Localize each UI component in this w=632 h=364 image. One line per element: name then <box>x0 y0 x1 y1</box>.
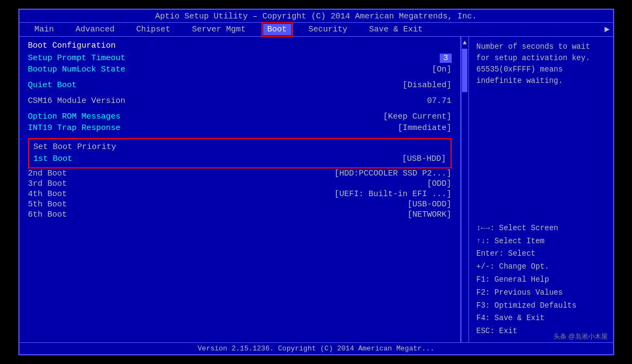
boot-item-5[interactable]: 5th Boot [USB-ODD] <box>28 199 452 210</box>
status-text: Version 2.15.1236. Copyright (C) 2014 Am… <box>198 344 434 353</box>
numlock-label: Bootup NumLock State <box>28 65 126 74</box>
csm-label: CSM16 Module Version <box>28 96 126 106</box>
left-panel: Boot Configuration Setup Prompt Timeout … <box>19 37 461 342</box>
boot-item-1[interactable]: 1st Boot [USB-HDD] <box>34 154 446 164</box>
csm-row: CSM16 Module Version 07.71 <box>28 95 452 107</box>
nav-key-enter: Enter: <box>477 249 509 258</box>
boot-item-4-label: 4th Boot <box>28 190 67 199</box>
nav-desc-f4: Save & Exit <box>494 314 544 322</box>
status-bar: Version 2.15.1236. Copyright (C) 2014 Am… <box>19 342 613 354</box>
menu-item-server[interactable]: Server Mgmt <box>188 24 250 35</box>
boot-item-1-label: 1st Boot <box>34 154 73 164</box>
nav-desc-f3: Optimized Defaults <box>494 301 576 310</box>
scroll-thumb[interactable] <box>462 49 467 92</box>
right-panel: ▲ Number of seconds to wait for setup ac… <box>461 37 613 342</box>
title-bar: Aptio Setup Utility – Copyright (C) 2014… <box>19 10 613 23</box>
int19-row[interactable]: INT19 Trap Response [Immediate] <box>28 122 452 134</box>
boot-item-6[interactable]: 6th Boot [NETWORK] <box>28 210 452 220</box>
nav-desc-f1: General Help <box>494 275 549 284</box>
nav-key-f4: F4: <box>477 314 495 322</box>
int19-value: [Immediate] <box>398 123 451 133</box>
boot-item-2-value: [HDD:PCCOOLER SSD P2...] <box>334 169 451 178</box>
nav-desc-esc: Exit <box>499 327 518 335</box>
nav-key-f3: F3: <box>477 301 495 310</box>
menu-item-security[interactable]: Security <box>304 24 352 35</box>
option-rom-label: Option ROM Messages <box>28 112 121 121</box>
numlock-value: [On] <box>432 65 451 74</box>
nav-help: ↕←→: Select Screen ↑↓: Select Item Enter… <box>477 222 607 338</box>
boot-item-1-value: [USB-HDD] <box>402 154 446 164</box>
setup-prompt-value[interactable]: 3 <box>440 54 451 63</box>
nav-key-screen: ↕←→: <box>477 224 499 232</box>
section-header: Boot Configuration <box>28 41 452 50</box>
nav-change: +/-: Change Opt. <box>477 261 607 274</box>
boot-item-4[interactable]: 4th Boot [UEFI: Built-in EFI ...] <box>28 189 452 199</box>
boot-item-5-label: 5th Boot <box>28 200 67 209</box>
menu-item-advanced[interactable]: Advanced <box>71 24 119 35</box>
nav-f1: F1: General Help <box>477 274 607 287</box>
menu-arrow-right-icon: ► <box>604 25 610 35</box>
menu-item-chipset[interactable]: Chipset <box>132 24 175 35</box>
boot-item-3-value: [ODD] <box>427 179 451 188</box>
boot-item-6-label: 6th Boot <box>28 210 67 219</box>
nav-key-f2: F2: <box>477 288 495 297</box>
boot-priority-header: Set Boot Priority <box>34 142 446 152</box>
menu-item-save-exit[interactable]: Save & Exit <box>365 24 427 35</box>
setup-prompt-label: Setup Prompt Timeout <box>28 54 126 63</box>
boot-item-6-value: [NETWORK] <box>407 210 451 219</box>
option-rom-row[interactable]: Option ROM Messages [Keep Current] <box>28 111 452 122</box>
bios-container: Aptio Setup Utility – Copyright (C) 2014… <box>18 9 614 355</box>
option-rom-value: [Keep Current] <box>383 112 451 121</box>
nav-select-screen: ↕←→: Select Screen <box>477 222 607 235</box>
nav-key-item: ↑↓: <box>477 237 495 245</box>
nav-f4: F4: Save & Exit <box>477 312 607 325</box>
int19-label: INT19 Trap Response <box>28 123 121 133</box>
nav-f2: F2: Previous Values <box>477 287 607 300</box>
scroll-bar[interactable]: ▲ <box>461 37 469 342</box>
menu-bar[interactable]: Main Advanced Chipset Server Mgmt Boot S… <box>19 23 613 37</box>
quiet-boot-row[interactable]: Quiet Boot [Disabled] <box>28 80 452 91</box>
nav-key-change: +/-: <box>477 262 499 271</box>
nav-enter: Enter: Select <box>477 248 607 261</box>
nav-key-f1: F1: <box>477 275 495 284</box>
nav-select-item: ↑↓: Select Item <box>477 235 607 248</box>
boot-item-2[interactable]: 2nd Boot [HDD:PCCOOLER SSD P2...] <box>28 168 452 179</box>
nav-key-esc: ESC: <box>477 327 499 335</box>
nav-desc-f2: Previous Values <box>494 288 563 297</box>
main-content: Boot Configuration Setup Prompt Timeout … <box>19 37 613 342</box>
quiet-boot-label: Quiet Boot <box>28 81 77 90</box>
boot-item-4-value: [UEFI: Built-in EFI ...] <box>334 190 451 199</box>
numlock-row[interactable]: Bootup NumLock State [On] <box>28 64 452 75</box>
quiet-boot-value: [Disabled] <box>402 81 451 90</box>
boot-item-2-label: 2nd Boot <box>28 169 67 178</box>
boot-item-3-label: 3rd Boot <box>28 179 67 188</box>
menu-item-main[interactable]: Main <box>30 24 58 35</box>
help-text: Number of seconds to wait for setup acti… <box>477 41 607 87</box>
nav-desc-item: Select Item <box>494 237 544 245</box>
boot-item-5-value: [USB-ODD] <box>407 200 451 209</box>
watermark: 头条 @岛淞小木屋 <box>553 332 608 341</box>
nav-desc-enter: Select <box>508 249 535 258</box>
nav-desc-screen: Select Screen <box>499 224 558 232</box>
csm-value: 07.71 <box>427 96 451 106</box>
setup-prompt-row[interactable]: Setup Prompt Timeout 3 <box>28 53 452 64</box>
menu-item-boot[interactable]: Boot <box>263 24 291 35</box>
scroll-up-icon: ▲ <box>462 39 466 47</box>
title-text: Aptio Setup Utility – Copyright (C) 2014… <box>155 12 477 21</box>
boot-item-3[interactable]: 3rd Boot [ODD] <box>28 179 452 189</box>
nav-desc-change: Change Opt. <box>499 262 549 271</box>
boot-priority-section: Set Boot Priority 1st Boot [USB-HDD] <box>28 138 452 168</box>
nav-f3: F3: Optimized Defaults <box>477 300 607 313</box>
